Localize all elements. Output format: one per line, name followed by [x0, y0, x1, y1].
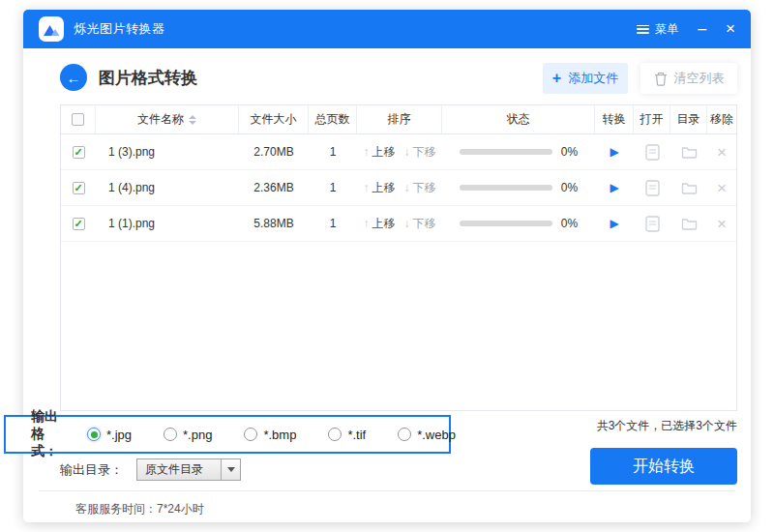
- column-header-name[interactable]: 文件名称: [96, 105, 239, 133]
- customer-service-hours: 客服服务时间：7*24小时: [75, 501, 204, 517]
- table-header: 文件名称 文件大小 总页数 排序 状态 转换 打开 目录 移除: [61, 105, 736, 134]
- menu-label: 菜单: [655, 21, 678, 38]
- progress-percent: 0%: [561, 145, 578, 159]
- move-up-button[interactable]: ↑上移: [364, 180, 396, 196]
- column-header-dir: 目录: [670, 105, 707, 133]
- content-area: ← 图片格式转换 + 添加文件 清空列表: [23, 48, 751, 522]
- file-pages: 1: [309, 170, 357, 205]
- column-header-remove: 移除: [707, 105, 736, 133]
- page-title: 图片格式转换: [99, 67, 197, 89]
- app-title: 烁光图片转换器: [74, 20, 165, 38]
- app-window: 烁光图片转换器 菜单 – × ← 图片格式转换 + 添加文件: [23, 10, 751, 522]
- arrow-up-icon: ↑: [364, 145, 370, 159]
- sort-toggle-icon[interactable]: [189, 115, 196, 125]
- plus-icon: +: [552, 72, 561, 85]
- progress-percent: 0%: [561, 217, 578, 230]
- file-pages: 1: [309, 134, 357, 169]
- convert-play-button[interactable]: ▶: [610, 145, 618, 159]
- progress-bar: [460, 221, 552, 226]
- folder-icon[interactable]: [681, 145, 698, 159]
- radio-icon: [398, 428, 411, 441]
- remove-icon[interactable]: ×: [717, 180, 727, 196]
- add-files-button[interactable]: + 添加文件: [543, 63, 628, 94]
- remove-icon[interactable]: ×: [717, 144, 727, 161]
- folder-icon[interactable]: [681, 217, 698, 230]
- open-file-icon[interactable]: [645, 180, 660, 196]
- clear-list-button[interactable]: 清空列表: [640, 63, 737, 94]
- move-down-button[interactable]: ↓下移: [404, 216, 436, 232]
- file-name: 1 (1).png: [96, 206, 239, 241]
- row-checkbox[interactable]: ✓: [73, 218, 85, 230]
- select-all-checkbox[interactable]: [72, 113, 84, 126]
- open-file-icon[interactable]: [645, 216, 660, 232]
- file-count-summary: 共3个文件，已选择3个文件: [597, 418, 737, 434]
- move-down-button[interactable]: ↓下移: [404, 180, 436, 196]
- trash-icon: [654, 72, 668, 86]
- column-header-size: 文件大小: [239, 105, 309, 133]
- file-size: 2.36MB: [239, 170, 309, 205]
- table-row: ✓ 1 (1).png 5.88MB 1 ↑上移 ↓下移 0% ▶: [61, 206, 736, 242]
- folder-icon[interactable]: [681, 181, 698, 194]
- arrow-up-icon: ↑: [364, 181, 370, 194]
- output-dir-label: 输出目录：: [60, 461, 123, 479]
- back-button[interactable]: ←: [60, 64, 87, 91]
- radio-icon: [164, 428, 177, 441]
- arrow-down-icon: ↓: [404, 217, 410, 230]
- move-up-button[interactable]: ↑上移: [364, 216, 396, 232]
- remove-icon[interactable]: ×: [717, 216, 727, 232]
- output-format-label: 输出格式：: [31, 408, 58, 460]
- menu-button[interactable]: 菜单: [637, 21, 678, 38]
- radio-icon: [244, 428, 257, 441]
- radio-icon: [328, 428, 342, 441]
- open-file-icon[interactable]: [645, 144, 660, 161]
- chevron-down-icon: [227, 467, 235, 472]
- file-name: 1 (4).png: [96, 170, 239, 205]
- radio-webp[interactable]: *.webp: [398, 428, 456, 442]
- output-dir-value: 原文件目录: [137, 461, 221, 478]
- row-checkbox[interactable]: ✓: [73, 146, 85, 159]
- arrow-down-icon: ↓: [404, 181, 410, 194]
- arrow-up-icon: ↑: [364, 217, 370, 230]
- progress-percent: 0%: [561, 181, 578, 194]
- hamburger-icon: [637, 25, 649, 34]
- file-table: 文件名称 文件大小 总页数 排序 状态 转换 打开 目录 移除 ✓ 1 (3).…: [60, 104, 737, 411]
- convert-play-button[interactable]: ▶: [610, 217, 618, 230]
- output-format-section: 输出格式： *.jpg *.png *.bmp *.tif *.webp: [4, 415, 451, 454]
- footer-divider: [39, 490, 735, 491]
- arrow-down-icon: ↓: [404, 145, 410, 159]
- table-row: ✓ 1 (3).png 2.70MB 1 ↑上移 ↓下移 0% ▶: [61, 134, 736, 170]
- file-size: 2.70MB: [239, 134, 309, 169]
- row-checkbox[interactable]: ✓: [73, 182, 85, 194]
- progress-bar: [460, 149, 552, 155]
- radio-jpg[interactable]: *.jpg: [87, 428, 132, 442]
- column-header-convert: 转换: [595, 105, 634, 133]
- file-pages: 1: [309, 206, 357, 241]
- move-down-button[interactable]: ↓下移: [404, 144, 436, 161]
- convert-play-button[interactable]: ▶: [610, 181, 618, 194]
- column-header-open: 打开: [634, 105, 670, 133]
- file-name: 1 (3).png: [96, 134, 239, 169]
- radio-tif[interactable]: *.tif: [328, 428, 366, 442]
- table-row: ✓ 1 (4).png 2.36MB 1 ↑上移 ↓下移 0% ▶: [61, 170, 736, 206]
- column-header-sort: 排序: [357, 105, 442, 133]
- radio-bmp[interactable]: *.bmp: [244, 428, 296, 442]
- radio-icon: [87, 428, 101, 441]
- dropdown-arrow-button[interactable]: [221, 459, 240, 480]
- column-header-pages: 总页数: [309, 105, 357, 133]
- start-convert-button[interactable]: 开始转换: [590, 448, 737, 485]
- file-size: 5.88MB: [239, 206, 309, 241]
- move-up-button[interactable]: ↑上移: [364, 144, 396, 161]
- app-logo-icon: [39, 16, 64, 42]
- close-button[interactable]: ×: [726, 21, 735, 37]
- title-bar: 烁光图片转换器 菜单 – ×: [23, 10, 751, 48]
- output-dir-dropdown[interactable]: 原文件目录: [136, 458, 241, 481]
- progress-bar: [460, 185, 552, 191]
- minimize-button[interactable]: –: [698, 21, 706, 37]
- column-header-status: 状态: [442, 105, 595, 133]
- back-arrow-icon: ←: [67, 70, 81, 86]
- radio-png[interactable]: *.png: [164, 428, 212, 442]
